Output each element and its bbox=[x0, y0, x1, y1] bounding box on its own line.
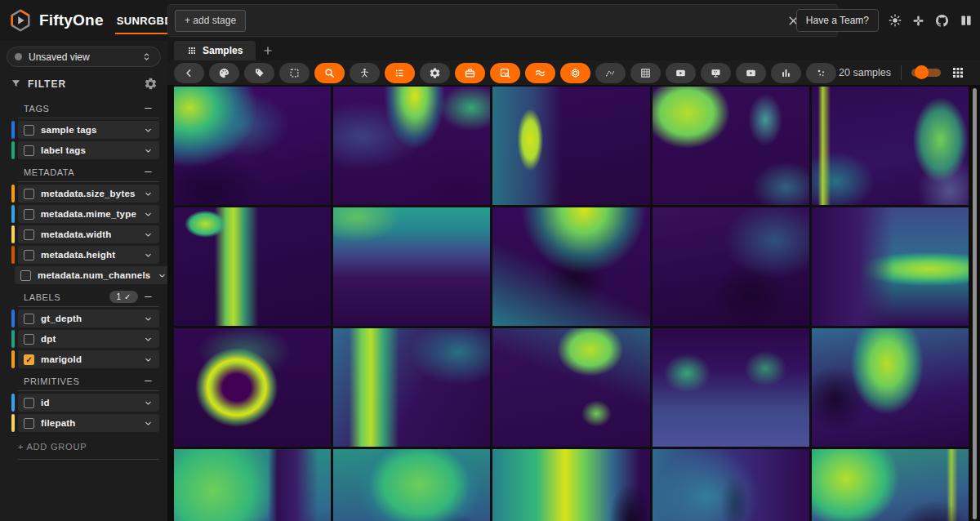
field-checkbox[interactable] bbox=[24, 209, 34, 220]
tag-samples-button[interactable] bbox=[244, 63, 274, 83]
sample-thumbnail-12[interactable] bbox=[333, 328, 490, 447]
sample-thumbnail-18[interactable] bbox=[492, 449, 649, 521]
back-button[interactable] bbox=[174, 63, 204, 83]
collapse-section-icon[interactable] bbox=[143, 167, 154, 177]
field-checkbox[interactable] bbox=[24, 189, 34, 199]
theme-toggle-icon[interactable] bbox=[888, 13, 902, 28]
field-checkbox[interactable] bbox=[24, 418, 34, 429]
field-list-button[interactable] bbox=[385, 63, 415, 83]
field-checkbox[interactable] bbox=[24, 398, 34, 408]
sample-thumbnail-4[interactable] bbox=[653, 87, 809, 205]
chevron-down-icon[interactable] bbox=[143, 189, 154, 199]
sidebar-field-id[interactable]: id bbox=[11, 394, 159, 412]
sidebar-field-metadata-mime-type[interactable]: metadata.mime_type bbox=[11, 205, 159, 223]
chevron-down-icon[interactable] bbox=[143, 250, 154, 260]
chevron-down-icon[interactable] bbox=[143, 314, 154, 324]
sample-thumbnail-6[interactable] bbox=[174, 207, 331, 326]
sample-thumbnail-13[interactable] bbox=[492, 328, 649, 447]
field-checkbox[interactable] bbox=[24, 229, 34, 240]
field-row-box: metadata.width bbox=[18, 225, 159, 243]
openai-button[interactable] bbox=[560, 63, 590, 83]
sample-thumbnail-20[interactable] bbox=[812, 449, 969, 521]
video-panel-button[interactable] bbox=[666, 63, 696, 83]
embeddings-button[interactable] bbox=[806, 63, 836, 83]
saved-views-select[interactable]: Unsaved view bbox=[7, 47, 161, 67]
settings-button[interactable] bbox=[420, 63, 450, 83]
sample-thumbnail-14[interactable] bbox=[653, 328, 809, 447]
sample-thumbnail-7[interactable] bbox=[333, 207, 490, 326]
sample-thumbnail-10[interactable] bbox=[812, 207, 969, 326]
screen-share-button[interactable] bbox=[701, 63, 731, 83]
collapse-section-icon[interactable] bbox=[143, 103, 154, 114]
collapse-section-icon[interactable] bbox=[143, 292, 154, 302]
field-checkbox[interactable] bbox=[24, 125, 34, 136]
new-panel-button[interactable] bbox=[256, 41, 280, 60]
sample-thumbnail-15[interactable] bbox=[812, 328, 969, 447]
sidebar-field-label-tags[interactable]: label tags bbox=[11, 141, 159, 159]
sidebar-field-metadata-size-bytes[interactable]: metadata.size_bytes bbox=[11, 185, 159, 203]
sample-thumbnail-11[interactable] bbox=[174, 328, 331, 447]
sample-thumbnail-16[interactable] bbox=[174, 449, 331, 521]
sidebar-field-sample-tags[interactable]: sample tags bbox=[11, 121, 159, 139]
field-checkbox[interactable] bbox=[20, 270, 31, 281]
sidebar-field-metadata-num-channels[interactable]: metadata.num_channels bbox=[11, 266, 159, 284]
add-group-button[interactable]: + ADD GROUP bbox=[18, 442, 159, 452]
slider-knob-icon[interactable] bbox=[915, 65, 929, 79]
color-scheme-button[interactable] bbox=[209, 63, 239, 83]
view-status-dot bbox=[15, 53, 22, 60]
sample-thumbnail-19[interactable] bbox=[653, 449, 809, 521]
field-checkbox[interactable] bbox=[24, 334, 34, 345]
sample-thumbnail-3[interactable] bbox=[492, 87, 649, 205]
tile-size-slider[interactable] bbox=[911, 69, 941, 77]
field-checkbox[interactable] bbox=[24, 314, 34, 324]
chevron-down-icon[interactable] bbox=[143, 418, 154, 429]
toolbox-button[interactable] bbox=[455, 63, 485, 83]
view-stage-bar[interactable]: + add stage bbox=[167, 4, 838, 37]
have-team-button[interactable]: Have a Team? bbox=[796, 9, 879, 32]
add-stage-button[interactable]: + add stage bbox=[175, 10, 246, 32]
slack-icon[interactable] bbox=[911, 14, 925, 28]
image-search-button[interactable] bbox=[490, 63, 520, 83]
sidebar-field-gt-depth[interactable]: gt_depth bbox=[11, 309, 159, 327]
grid-layout-icon[interactable] bbox=[951, 65, 965, 80]
curves-button[interactable] bbox=[595, 63, 626, 83]
chevron-down-icon[interactable] bbox=[143, 209, 154, 220]
chevron-down-icon[interactable] bbox=[157, 270, 167, 281]
field-checkbox[interactable]: ✓ bbox=[24, 354, 34, 365]
histograms-button[interactable] bbox=[771, 63, 801, 83]
collapse-section-icon[interactable] bbox=[143, 376, 154, 386]
sample-thumbnail-17[interactable] bbox=[333, 449, 490, 521]
github-icon[interactable] bbox=[934, 13, 950, 29]
sidebar-field-metadata-width[interactable]: metadata.width bbox=[11, 225, 159, 243]
similarity-button[interactable] bbox=[525, 63, 555, 83]
main-panel: Samples 20 samples bbox=[167, 41, 980, 521]
tab-samples[interactable]: Samples bbox=[174, 41, 256, 60]
chevron-down-icon[interactable] bbox=[143, 229, 154, 240]
clips-panel-button[interactable] bbox=[736, 63, 766, 83]
sidebar-field-filepath[interactable]: filepath bbox=[11, 414, 159, 432]
field-checkbox[interactable] bbox=[24, 250, 34, 260]
chevron-down-icon[interactable] bbox=[143, 125, 154, 136]
chevron-down-icon[interactable] bbox=[143, 398, 154, 408]
field-color-bar bbox=[11, 394, 15, 412]
docs-icon[interactable] bbox=[959, 13, 973, 28]
patches-button[interactable] bbox=[279, 63, 310, 83]
field-row-box: gt_depth bbox=[18, 309, 159, 327]
sample-thumbnail-1[interactable] bbox=[174, 87, 331, 205]
sample-thumbnail-9[interactable] bbox=[653, 207, 809, 326]
sidebar-field-marigold[interactable]: ✓marigold bbox=[11, 350, 159, 368]
sidebar-settings-icon[interactable] bbox=[144, 77, 158, 91]
chevron-down-icon[interactable] bbox=[143, 334, 154, 345]
sidebar-field-dpt[interactable]: dpt bbox=[11, 330, 159, 348]
sample-thumbnail-8[interactable] bbox=[492, 207, 649, 326]
sidebar-field-metadata-height[interactable]: metadata.height bbox=[11, 246, 159, 264]
chevron-down-icon[interactable] bbox=[143, 145, 154, 156]
keypoints-button[interactable] bbox=[350, 63, 380, 83]
field-checkbox[interactable] bbox=[24, 145, 34, 156]
browse-operations-button[interactable] bbox=[314, 63, 345, 83]
grid-scrollbar[interactable] bbox=[973, 88, 977, 519]
chevron-down-icon[interactable] bbox=[143, 354, 154, 365]
table-view-button[interactable] bbox=[630, 63, 661, 83]
sample-thumbnail-2[interactable] bbox=[333, 87, 490, 205]
sample-thumbnail-5[interactable] bbox=[812, 87, 969, 205]
